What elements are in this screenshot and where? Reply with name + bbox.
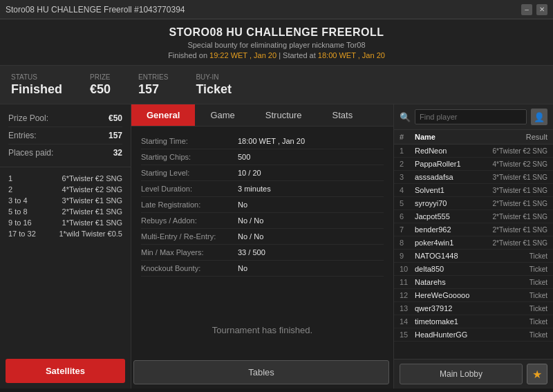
detail-label: Late Registration: [141, 200, 238, 209]
main-lobby-button[interactable]: Main Lobby [400, 364, 523, 384]
tab-game[interactable]: Game [195, 104, 250, 126]
player-table-header: # Name Result [394, 130, 553, 144]
player-result: Ticket [485, 279, 547, 286]
tab-bar: GeneralGameStructureStats [131, 104, 393, 127]
player-row[interactable]: 9NATOG1448Ticket [394, 250, 553, 263]
player-result: 2*Twister €1 SNG [485, 239, 547, 247]
prize-label: Prize [90, 73, 111, 81]
status-label: Status [11, 73, 62, 81]
tables-button[interactable]: Tables [133, 360, 389, 384]
main-area: Prize Pool: €50 Entries: 157 Places paid… [0, 104, 553, 389]
finished-label: Finished on [168, 51, 207, 59]
buyin-label: Buy-in [196, 73, 232, 81]
player-name: RedNeon [415, 147, 485, 155]
tab-structure[interactable]: Structure [250, 104, 317, 126]
search-bar: 🔍 👤 [394, 104, 553, 130]
player-row[interactable]: 15HeadHunterGGTicket [394, 328, 553, 342]
player-rank: 10 [400, 265, 415, 273]
player-row[interactable]: 12HereWeGoooooTicket [394, 289, 553, 302]
detail-row: Level Duration:3 minutes [141, 181, 384, 197]
player-row[interactable]: 5syroyyi702*Twister €1 SNG [394, 197, 553, 210]
buyin-value: Ticket [196, 82, 232, 97]
search-input[interactable] [415, 109, 527, 124]
player-row[interactable]: 7bender9622*Twister €1 SNG [394, 223, 553, 236]
player-rank: 3 [400, 173, 415, 181]
player-name: qwer37912 [415, 304, 485, 312]
detail-value: 10 / 20 [238, 169, 261, 177]
player-rank: 4 [400, 186, 415, 194]
detail-value: No [238, 264, 247, 272]
player-name: HeadHunterGG [415, 330, 485, 339]
entries-info-label: Entries: [8, 131, 37, 140]
detail-row: Min / Max Players:33 / 500 [141, 245, 384, 261]
separator: | [279, 51, 281, 59]
player-row[interactable]: 2PappaRoller14*Twister €2 SNG [394, 158, 553, 171]
player-result: 6*Twister €2 SNG [485, 147, 547, 155]
player-row[interactable]: 3asssadafsa3*Twister €1 SNG [394, 171, 553, 184]
detail-label: Knockout Bounty: [141, 264, 238, 272]
minimize-button[interactable]: – [521, 4, 532, 15]
right-panel: 🔍 👤 # Name Result 1RedNeon6*Twister €2 S… [394, 104, 553, 389]
header-result: Result [485, 133, 547, 141]
player-rank: 15 [400, 330, 415, 339]
finished-message: Tournament has finished. [131, 304, 393, 356]
bottom-buttons: Tables [131, 356, 393, 389]
places-paid-value: 32 [113, 148, 122, 158]
player-row[interactable]: 8poker4win12*Twister €1 SNG [394, 236, 553, 250]
status-item: Status Finished [11, 73, 62, 97]
detail-value: 18:00 WET , Jan 20 [238, 137, 305, 145]
player-row[interactable]: 1RedNeon6*Twister €2 SNG [394, 144, 553, 158]
entries-item: Entries 157 [138, 73, 168, 97]
buyin-item: Buy-in Ticket [196, 73, 232, 97]
detail-row: Starting Chips:500 [141, 149, 384, 165]
player-rank: 12 [400, 291, 415, 299]
player-name: asssadafsa [415, 173, 485, 181]
tab-stats[interactable]: Stats [317, 104, 368, 126]
player-row[interactable]: 14timetomake1Ticket [394, 315, 553, 328]
player-row[interactable]: 4Solvent13*Twister €1 SNG [394, 184, 553, 197]
player-row[interactable]: 13qwer37912Ticket [394, 302, 553, 315]
place-row: 17 to 321*wild Twister €0.5 [8, 228, 122, 239]
player-row[interactable]: 11NatarehsTicket [394, 276, 553, 289]
satellites-button[interactable]: Satellites [6, 359, 125, 383]
place-rank: 17 to 32 [8, 230, 36, 238]
player-name: timetomake1 [415, 317, 485, 326]
tournament-time: Finished on 19:22 WET , Jan 20 | Started… [0, 51, 553, 59]
place-prize: 1*Twister €1 SNG [62, 218, 122, 227]
entries-info-value: 157 [109, 131, 122, 140]
detail-label: Level Duration: [141, 185, 238, 193]
place-row: 3 to 43*Twister €1 SNG [8, 195, 122, 206]
detail-label: Starting Chips: [141, 153, 238, 161]
place-row: 16*Twister €2 SNG [8, 173, 122, 184]
add-player-button[interactable]: 👤 [531, 109, 547, 125]
place-prize: 3*Twister €1 SNG [62, 196, 122, 205]
tournament-subtitle: Special bounty for eliminating player ni… [0, 41, 553, 49]
entries-label: Entries [138, 73, 168, 81]
player-rank: 5 [400, 199, 415, 207]
player-rank: 2 [400, 160, 415, 168]
player-result: Ticket [485, 305, 547, 312]
player-result: Ticket [485, 318, 547, 326]
detail-row: Multi-Entry / Re-Entry:No / No [141, 229, 384, 245]
player-name: delta850 [415, 265, 485, 273]
player-name: NATOG1448 [415, 252, 485, 260]
started-label: Started at [283, 51, 316, 59]
prize-pool-label: Prize Pool: [8, 113, 48, 123]
close-button[interactable]: ✕ [536, 4, 547, 15]
tab-general[interactable]: General [131, 104, 195, 126]
place-rank: 1 [8, 174, 12, 183]
star-button[interactable]: ★ [527, 364, 547, 384]
status-bar: Status Finished Prize €50 Entries 157 Bu… [0, 66, 553, 104]
prize-pool-value: €50 [109, 113, 122, 123]
player-rank: 14 [400, 317, 415, 326]
player-row[interactable]: 6Jacpot5552*Twister €1 SNG [394, 210, 553, 223]
header-name: Name [415, 133, 485, 141]
player-row[interactable]: 10delta850Ticket [394, 263, 553, 276]
player-result: Ticket [485, 252, 547, 260]
detail-label: Starting Level: [141, 169, 238, 177]
entries-row: Entries: 157 [8, 127, 122, 144]
player-result: 4*Twister €2 SNG [485, 160, 547, 168]
place-rank: 9 to 16 [8, 218, 32, 227]
detail-row: Late Registration:No [141, 197, 384, 213]
player-result: Ticket [485, 331, 547, 339]
